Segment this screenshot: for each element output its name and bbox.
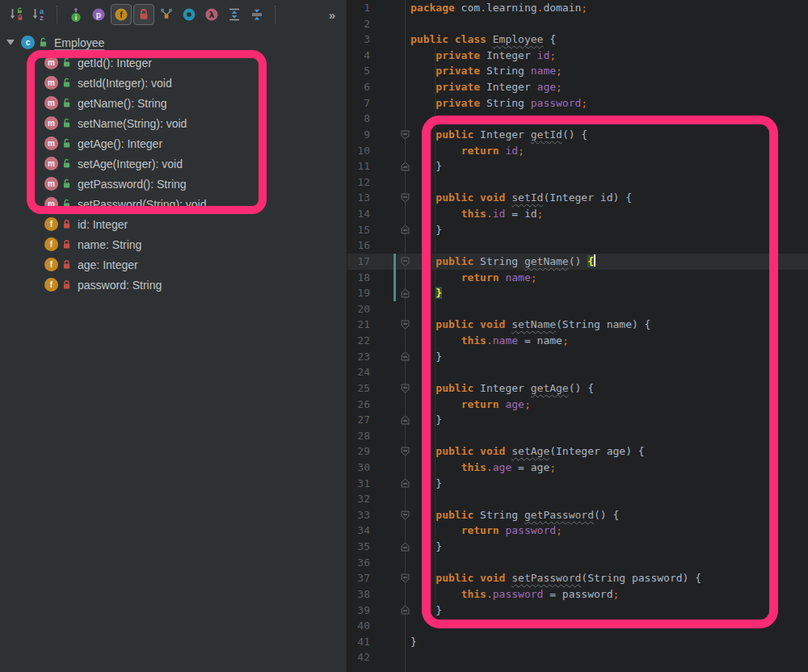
line-number[interactable]: 21 xyxy=(347,317,370,333)
show-interfaces-button[interactable] xyxy=(179,4,200,25)
show-lambdas-button[interactable]: λ xyxy=(201,4,222,25)
line-number[interactable]: 1 xyxy=(347,0,370,16)
line-number[interactable]: 2 xyxy=(347,16,370,32)
code-line-3[interactable]: public class Employee { xyxy=(410,32,556,48)
more-actions-button[interactable]: » xyxy=(329,8,336,22)
line-number[interactable]: 3 xyxy=(347,32,370,48)
line-number[interactable]: 39 xyxy=(347,603,370,619)
line-number[interactable]: 15 xyxy=(347,222,370,238)
structure-node-employee[interactable]: cEmployee xyxy=(0,32,347,52)
structure-node-age[interactable]: fage: Integer xyxy=(0,254,347,275)
line-number[interactable]: 30 xyxy=(347,460,370,476)
structure-node-setid[interactable]: msetId(Integer): void xyxy=(0,73,347,93)
fold-collapse-icon[interactable] xyxy=(400,570,410,586)
expand-arrow-icon[interactable] xyxy=(6,40,15,45)
code-line-6[interactable]: private Integer age; xyxy=(410,79,562,95)
fold-collapse-icon[interactable] xyxy=(400,443,410,460)
line-number[interactable]: 22 xyxy=(347,333,370,349)
code-line-11[interactable]: } xyxy=(410,158,442,174)
fold-end-icon[interactable] xyxy=(400,603,410,619)
code-line-4[interactable]: private Integer id; xyxy=(410,48,556,64)
fold-collapse-icon[interactable] xyxy=(400,317,410,333)
fold-end-icon[interactable] xyxy=(400,222,410,238)
code-line-23[interactable]: } xyxy=(410,349,442,365)
show-non-public-button[interactable] xyxy=(133,4,154,25)
code-line-18[interactable]: return name; xyxy=(410,270,537,286)
structure-node-setname[interactable]: msetName(String): void xyxy=(0,113,347,133)
code-line-10[interactable]: return id; xyxy=(410,143,524,159)
line-number[interactable]: 26 xyxy=(347,397,370,413)
code-line-37[interactable]: public void setPassword(String password)… xyxy=(410,570,701,586)
line-number[interactable]: 11 xyxy=(347,158,370,174)
line-number[interactable]: 14 xyxy=(347,206,370,222)
code-line-35[interactable]: } xyxy=(410,539,442,555)
code-line-33[interactable]: public String getPassword() { xyxy=(410,507,619,523)
line-number[interactable]: 9 xyxy=(347,127,370,143)
fold-end-icon[interactable] xyxy=(400,539,410,555)
code-line-22[interactable]: this.name = name; xyxy=(410,333,569,349)
code-line-7[interactable]: private String password; xyxy=(410,95,587,111)
sort-by-visibility-button[interactable] xyxy=(6,4,27,25)
code-line-21[interactable]: public void setName(String name) { xyxy=(410,317,650,333)
line-number[interactable]: 34 xyxy=(347,523,370,539)
structure-node-setpassword[interactable]: msetPassword(String): void xyxy=(0,194,347,214)
code-line-38[interactable]: this.password = password; xyxy=(410,586,619,603)
code-line-30[interactable]: this.age = age; xyxy=(410,460,556,476)
line-number[interactable]: 17 xyxy=(347,254,370,270)
code-line-26[interactable]: return age; xyxy=(410,397,531,413)
structure-node-id[interactable]: fid: Integer xyxy=(0,214,347,234)
code-line-19[interactable]: } xyxy=(410,285,442,301)
show-properties-button[interactable]: p xyxy=(88,4,109,25)
code-line-1[interactable]: package com.learning.domain; xyxy=(410,0,587,16)
code-line-29[interactable]: public void setAge(Integer age) { xyxy=(410,443,645,460)
sort-alphabetically-button[interactable]: az xyxy=(28,4,49,25)
line-number[interactable]: 19 xyxy=(347,285,370,301)
line-number[interactable]: 35 xyxy=(347,539,370,555)
line-number[interactable]: 41 xyxy=(347,634,370,650)
structure-node-name[interactable]: fname: String xyxy=(0,234,347,254)
structure-node-getname[interactable]: mgetName(): String xyxy=(0,93,347,113)
code-line-5[interactable]: private String name; xyxy=(410,63,562,79)
fold-end-icon[interactable] xyxy=(400,285,410,301)
structure-node-setage[interactable]: msetAge(Integer): void xyxy=(0,153,347,174)
fold-end-icon[interactable] xyxy=(400,158,410,174)
line-number[interactable]: 40 xyxy=(347,618,370,634)
line-number[interactable]: 7 xyxy=(347,95,370,111)
collapse-all-button[interactable] xyxy=(246,4,267,25)
line-number[interactable]: 24 xyxy=(347,364,370,380)
line-number[interactable]: 10 xyxy=(347,143,370,159)
code-line-31[interactable]: } xyxy=(410,476,442,492)
line-number[interactable]: 5 xyxy=(347,63,370,79)
fold-collapse-icon[interactable] xyxy=(400,127,410,143)
structure-node-getage[interactable]: mgetAge(): Integer xyxy=(0,133,347,153)
code-line-17[interactable]: public String getName() { xyxy=(410,254,595,270)
code-line-13[interactable]: public void setId(Integer id) { xyxy=(410,190,632,206)
fold-end-icon[interactable] xyxy=(400,412,410,428)
fold-collapse-icon[interactable] xyxy=(400,507,410,523)
code-line-15[interactable]: } xyxy=(410,222,442,238)
code-line-25[interactable]: public Integer getAge() { xyxy=(410,380,594,397)
code-line-14[interactable]: this.id = id; xyxy=(410,206,543,222)
line-number[interactable]: 36 xyxy=(347,555,370,571)
line-number[interactable]: 28 xyxy=(347,428,370,444)
code-line-27[interactable]: } xyxy=(410,412,442,428)
line-number[interactable]: 29 xyxy=(347,443,370,460)
show-fields-button[interactable]: f xyxy=(111,4,132,25)
code-line-39[interactable]: } xyxy=(410,603,442,619)
fold-end-icon[interactable] xyxy=(400,476,410,492)
line-number[interactable]: 27 xyxy=(347,412,370,428)
fold-end-icon[interactable] xyxy=(400,349,410,365)
code-editor[interactable]: 1234567891011121314151617181920212223242… xyxy=(347,0,808,672)
code-line-34[interactable]: return password; xyxy=(410,523,562,539)
line-number[interactable]: 23 xyxy=(347,349,370,365)
expand-all-button[interactable] xyxy=(224,4,245,25)
code-line-9[interactable]: public Integer getId() { xyxy=(410,127,587,143)
fold-collapse-icon[interactable] xyxy=(400,254,410,270)
structure-node-getid[interactable]: mgetId(): Integer xyxy=(0,52,347,73)
line-number[interactable]: 12 xyxy=(347,174,370,191)
line-number[interactable]: 13 xyxy=(347,190,370,206)
line-number[interactable]: 4 xyxy=(347,48,370,64)
line-number[interactable]: 33 xyxy=(347,507,370,523)
show-anonymous-classes-button[interactable] xyxy=(156,4,177,25)
line-number[interactable]: 25 xyxy=(347,380,370,397)
